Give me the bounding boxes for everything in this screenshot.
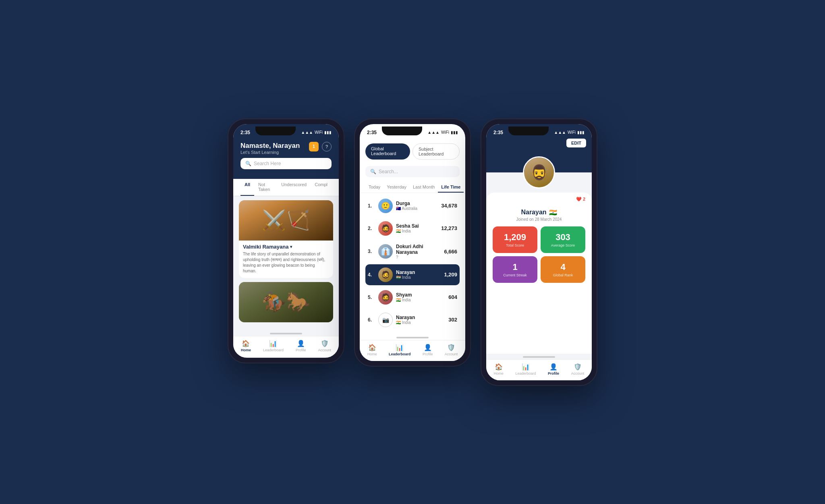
nav-leaderboard-2[interactable]: 📊 Leaderboard [389, 344, 411, 356]
account-icon-2: 🛡️ [447, 344, 455, 351]
profile-joined-date: Joined on 28 March 2024 [493, 217, 585, 222]
nav-home-2[interactable]: 🏠 Home [367, 344, 377, 356]
bottom-indicator-2 [396, 337, 429, 338]
status-bar-2: 2:35 ▲▲▲ WiFi ▮▮▮ [360, 124, 465, 139]
avatar-shyam: 🧔 [378, 290, 393, 305]
bottom-nav-1: 🏠 Home 📊 Leaderboard 👤 Profile 🛡️ Accoun… [233, 336, 339, 357]
battery-icon: ▮▮▮ [324, 130, 332, 135]
bottom-indicator-1 [270, 333, 302, 334]
streak-label: Current Streak [503, 273, 527, 277]
stats-grid: 1,209 Total Score 303 Average Score 1 Cu… [493, 226, 585, 283]
rank-label: Global Rank [553, 273, 573, 277]
nav-home-3[interactable]: 🏠 Home [494, 363, 504, 375]
wifi-icon: WiFi [315, 130, 323, 135]
name-shyam: Shyam [396, 292, 445, 298]
score-durga: 34,678 [441, 203, 457, 209]
country-narayan2: 🇮🇳 India [396, 320, 445, 325]
status-bar-3: 2:35 ▲▲▲ WiFi ▮▮▮ [486, 124, 592, 139]
status-time-1: 2:35 [240, 130, 250, 135]
mahabharata-art: 🏇🐎 [239, 282, 333, 322]
info-narayan2: Narayan 🇮🇳 India [396, 315, 445, 325]
tab-global-leaderboard[interactable]: Global Leaderboard [365, 143, 410, 160]
tab-today[interactable]: Today [365, 182, 383, 193]
nav-label-profile-2: Profile [423, 352, 433, 356]
nav-label-leaderboard-3: Leaderboard [515, 371, 536, 375]
bottom-indicator-3 [523, 356, 555, 358]
stat-current-streak: 1 Current Streak [493, 256, 537, 283]
nav-profile-2[interactable]: 👤 Profile [423, 344, 433, 356]
stat-total-score: 1,209 Total Score [493, 226, 537, 253]
leaderboard-icon-2: 📊 [396, 344, 404, 351]
rank-3: 3. [368, 249, 375, 254]
help-button[interactable]: ? [322, 142, 332, 151]
score-dokuri: 6,666 [444, 249, 457, 255]
score-narayan2: 302 [448, 317, 457, 323]
status-bar-1: 2:35 ▲▲▲ WiFi ▮▮▮ [233, 124, 339, 139]
country-dokuri: ? [396, 255, 441, 259]
tab-underscored[interactable]: Underscored [277, 179, 311, 196]
notch-2 [382, 127, 422, 135]
stat-global-rank: 4 Global Rank [541, 256, 585, 283]
name-seshasai: Sesha Sai [396, 223, 438, 229]
tab-life-time[interactable]: Life Time [438, 182, 464, 193]
card-mahabharata[interactable]: 🏇🐎 [239, 282, 333, 322]
name-dokuri: Dokuri Adhi Narayana [396, 244, 441, 255]
nav-leaderboard-3[interactable]: 📊 Leaderboard [515, 363, 536, 375]
notch-3 [508, 127, 549, 135]
profile-icon-3: 👤 [549, 363, 558, 371]
status-icons-2: ▲▲▲ WiFi ▮▮▮ [427, 130, 458, 135]
leaderboard-list: 1. 🙂 Durga 🇦🇺 Australia 34,678 2. 🧔 Sesh… [360, 193, 465, 334]
country-durga: 🇦🇺 Australia [396, 206, 438, 211]
average-score-value: 303 [556, 232, 570, 243]
tab-completed[interactable]: Compl [311, 179, 332, 196]
tab-all[interactable]: All [240, 179, 254, 196]
search-icon-home: 🔍 [245, 161, 251, 166]
leaderboard-row-3: 3. 👔 Dokuri Adhi Narayana ? 6,666 [365, 241, 460, 263]
card-image-mahabharata: 🏇🐎 [239, 282, 333, 322]
tab-subject-leaderboard[interactable]: Subject Leaderboard [412, 143, 460, 160]
profile-username: Narayan 🇮🇳 [493, 209, 585, 216]
phones-container: 2:35 ▲▲▲ WiFi ▮▮▮ Namaste, Narayan Let's… [228, 118, 597, 386]
heart-badge: ❤️ 2 [576, 197, 585, 202]
heart-count: 2 [583, 197, 585, 201]
nav-label-leaderboard-1: Leaderboard [263, 348, 284, 352]
total-score-label: Total Score [506, 243, 524, 247]
nav-profile-3[interactable]: 👤 Profile [548, 363, 559, 375]
greeting-subtitle: Let's Start Learning [240, 150, 300, 155]
nav-account-2[interactable]: 🛡️ Account [445, 344, 458, 356]
profile-icon-1: 👤 [297, 340, 305, 347]
score-shyam: 604 [448, 294, 457, 300]
nav-account-3[interactable]: 🛡️ Account [571, 363, 585, 375]
score-seshasai: 12,273 [441, 225, 457, 231]
tab-last-month[interactable]: Last Month [410, 182, 438, 193]
battery-icon-3: ▮▮▮ [577, 130, 585, 135]
stat-average-score: 303 Average Score [541, 226, 585, 253]
heart-icon: ❤️ [576, 197, 582, 202]
card-ramayana[interactable]: ⚔️🏹 Valmiki Ramayana ▾ The life story of… [239, 200, 333, 278]
home-icon-2: 🏠 [368, 344, 376, 351]
edit-button[interactable]: EDIT [566, 139, 586, 147]
account-icon-3: 🛡️ [574, 363, 582, 371]
tab-yesterday[interactable]: Yesterday [383, 182, 410, 193]
notification-badge[interactable]: 1 [309, 142, 319, 151]
home-header-top: Namaste, Narayan Let's Start Learning 1 … [240, 142, 332, 155]
signal-icon-2: ▲▲▲ [427, 130, 439, 135]
search-bar-leaderboard[interactable]: 🔍 Search... [365, 166, 460, 177]
nav-leaderboard-1[interactable]: 📊 Leaderboard [263, 340, 284, 352]
wifi-icon-3: WiFi [568, 130, 576, 135]
search-icon-leaderboard: 🔍 [370, 169, 376, 174]
nav-home-1[interactable]: 🏠 Home [241, 340, 251, 352]
name-durga: Durga [396, 201, 438, 206]
notch-1 [255, 127, 296, 135]
nav-label-home-2: Home [367, 352, 377, 356]
country-shyam: 🇮🇳 India [396, 298, 445, 302]
card-title-ramayana: Valmiki Ramayana ▾ [243, 244, 329, 250]
nav-label-account-3: Account [571, 371, 585, 375]
rank-5: 5. [368, 295, 375, 300]
nav-account-1[interactable]: 🛡️ Account [318, 340, 331, 352]
search-bar-home[interactable]: 🔍 Search Here [240, 158, 332, 169]
country-narayan: 🇮🇳 India [396, 275, 441, 280]
tab-not-taken[interactable]: Not Taken [254, 179, 277, 196]
nav-profile-1[interactable]: 👤 Profile [296, 340, 306, 352]
profile-header: 2:35 ▲▲▲ WiFi ▮▮▮ EDIT 🧔‍♂️ [486, 124, 592, 172]
